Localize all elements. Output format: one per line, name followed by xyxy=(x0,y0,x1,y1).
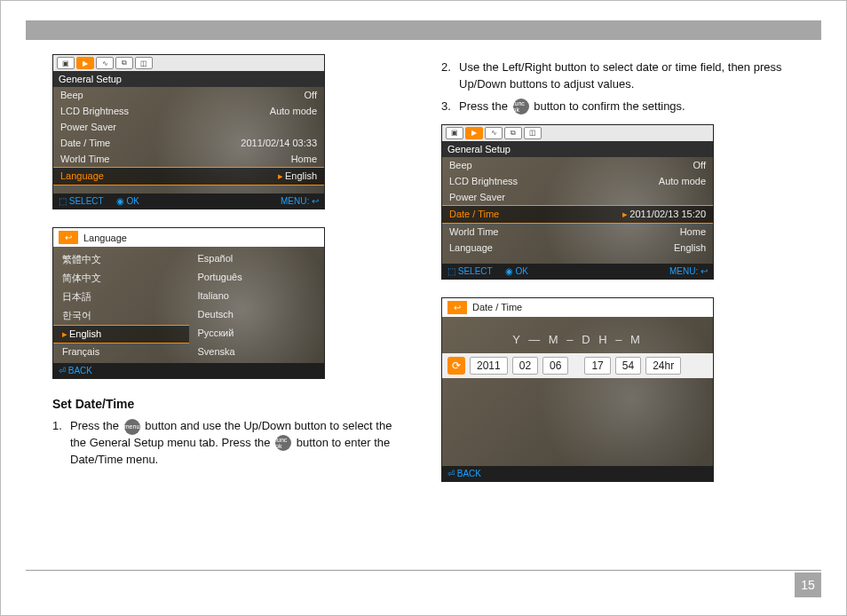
lcd-footer: ⬚ SELECT ◉ OK MENU: ↩ xyxy=(442,264,713,279)
menu-value: Home xyxy=(291,154,317,164)
lcd-tab-strip: ▣ ▶ ∿ ⧉ ◫ xyxy=(53,55,324,71)
menu-key: World Time xyxy=(449,226,498,237)
screenshot-general-setup-datetime: ▣ ▶ ∿ ⧉ ◫ General Setup BeepOffLCD Brigh… xyxy=(441,124,714,280)
arrow-icon: ▸ xyxy=(622,209,628,219)
step-number: 1. xyxy=(52,418,70,469)
menu-row: LCD BrightnessAuto mode xyxy=(442,173,713,189)
datetime-field: 02 xyxy=(512,357,538,375)
tab-playback-icon: ▶ xyxy=(76,57,94,69)
screenshot-datetime-editor: ↩ Date / Time Y — M – D H – M ⟳ 20110206… xyxy=(441,297,714,482)
datetime-field: 2011 xyxy=(470,357,508,375)
step-text: Use the Left/Right button to select date… xyxy=(459,59,795,93)
language-option: 简体中文 xyxy=(53,269,189,288)
lcd-tab-strip: ▣ ▶ ∿ ⧉ ◫ xyxy=(442,125,713,141)
menu-value: Auto mode xyxy=(659,176,706,186)
step-2: 2. Use the Left/Right button to select d… xyxy=(441,59,795,93)
language-option: Svenska xyxy=(189,344,325,359)
language-option: 繁體中文 xyxy=(53,250,189,269)
footer-ok: ◉ OK xyxy=(505,266,528,276)
menu-list: BeepOffLCD BrightnessAuto modePower Save… xyxy=(442,157,713,264)
menu-key: LCD Brightness xyxy=(449,176,518,186)
datetime-field: 06 xyxy=(542,357,568,375)
menu-key: Power Saver xyxy=(449,192,505,202)
step-text: Press the menu button and use the Up/Dow… xyxy=(70,418,406,469)
manual-page: ▣ ▶ ∿ ⧉ ◫ General Setup BeepOffLCD Brigh… xyxy=(0,0,847,616)
back-arrow-icon: ↩ xyxy=(447,301,467,314)
tab-icon: ∿ xyxy=(485,127,503,139)
menu-row: BeepOff xyxy=(53,87,324,103)
language-option: 한국어 xyxy=(53,306,189,325)
lcd-title: General Setup xyxy=(442,141,713,157)
menu-value: 2011/02/14 03:33 xyxy=(241,138,317,148)
arrow-icon: ▸ xyxy=(278,170,283,181)
footer-back: ⏎ BACK xyxy=(447,469,481,478)
menu-value: ▸English xyxy=(278,170,317,182)
footer-select: ⬚ SELECT xyxy=(59,196,104,206)
language-body: 繁體中文Español简体中文Português日本語Italiano한국어De… xyxy=(53,247,324,363)
footer-menu: MENU: ↩ xyxy=(669,266,708,276)
menu-row: Language▸English xyxy=(53,167,324,186)
lcd-title: ↩ Date / Time xyxy=(442,298,713,317)
menu-row: LanguageEnglish xyxy=(442,240,713,256)
func-ok-button-icon: func ok xyxy=(275,435,291,451)
step-number: 2. xyxy=(441,59,459,93)
language-option: Deutsch xyxy=(189,306,325,325)
tab-camera-icon: ▣ xyxy=(57,57,75,69)
menu-key: LCD Brightness xyxy=(60,106,129,116)
menu-key: Beep xyxy=(60,90,83,100)
lcd-footer: ⏎ BACK xyxy=(442,466,713,481)
tab-icon: ◫ xyxy=(135,57,153,69)
menu-value: Home xyxy=(680,226,706,237)
lcd-title: General Setup xyxy=(53,71,324,87)
menu-key: Power Saver xyxy=(60,122,116,132)
content-columns: ▣ ▶ ∿ ⧉ ◫ General Setup BeepOffLCD Brigh… xyxy=(52,54,795,562)
func-ok-button-icon: func ok xyxy=(513,99,529,115)
language-option: Français xyxy=(53,344,189,359)
footer-menu: MENU: ↩ xyxy=(281,196,319,206)
tab-icon: ⧉ xyxy=(504,127,522,139)
footer-divider xyxy=(26,570,821,571)
menu-row: Date / Time2011/02/14 03:33 xyxy=(53,135,324,151)
lcd-footer: ⏎ BACK xyxy=(53,363,324,378)
screenshot-general-setup-language: ▣ ▶ ∿ ⧉ ◫ General Setup BeepOffLCD Brigh… xyxy=(52,54,325,209)
step-3: 3. Press the func ok button to confirm t… xyxy=(441,99,795,115)
step-number: 3. xyxy=(441,99,459,115)
footer-back: ⏎ BACK xyxy=(59,366,92,375)
lcd-title: ↩ Language xyxy=(53,228,324,247)
language-option: Italiano xyxy=(189,288,325,306)
language-option: Русский xyxy=(189,325,325,344)
menu-value: Off xyxy=(693,160,706,170)
right-column: 2. Use the Left/Right button to select d… xyxy=(441,54,795,562)
menu-value: ▸2011/02/13 15:20 xyxy=(622,209,706,220)
language-option: ▸English xyxy=(53,325,189,344)
screenshot-language-list: ↩ Language 繁體中文Español简体中文Português日本語It… xyxy=(52,227,325,379)
datetime-body: Y — M – D H – M ⟳ 20110206175424hr xyxy=(442,317,713,466)
menu-row: World TimeHome xyxy=(442,224,713,240)
page-number: 15 xyxy=(795,573,821,597)
menu-key: World Time xyxy=(60,154,109,164)
language-option: Español xyxy=(189,250,325,269)
menu-value: Off xyxy=(305,90,317,100)
section-heading: Set Date/Time xyxy=(52,397,406,411)
menu-row: Date / Time▸2011/02/13 15:20 xyxy=(442,205,713,224)
menu-key: Language xyxy=(449,242,493,253)
tab-camera-icon: ▣ xyxy=(446,127,463,139)
language-option: 日本語 xyxy=(53,288,189,306)
menu-row: Power Saver xyxy=(53,119,324,135)
menu-row: Power Saver xyxy=(442,189,713,205)
menu-list: BeepOffLCD BrightnessAuto modePower Save… xyxy=(53,87,324,193)
datetime-field: 54 xyxy=(615,357,641,375)
menu-button-icon: menu xyxy=(124,419,140,435)
lcd-title-text: Language xyxy=(83,233,127,243)
spinner-icon: ⟳ xyxy=(447,357,465,375)
arrow-icon: ▸ xyxy=(62,328,67,339)
tab-icon: ◫ xyxy=(524,127,542,139)
datetime-field: 24hr xyxy=(645,357,681,375)
menu-key: Date / Time xyxy=(449,209,499,220)
step-text: Press the func ok button to confirm the … xyxy=(459,99,685,115)
lcd-footer: ⬚ SELECT ◉ OK MENU: ↩ xyxy=(53,193,324,209)
datetime-format-label: Y — M – D H – M xyxy=(442,333,713,353)
language-option: Português xyxy=(189,269,325,288)
menu-value: English xyxy=(674,242,706,253)
menu-key: Beep xyxy=(449,160,472,170)
